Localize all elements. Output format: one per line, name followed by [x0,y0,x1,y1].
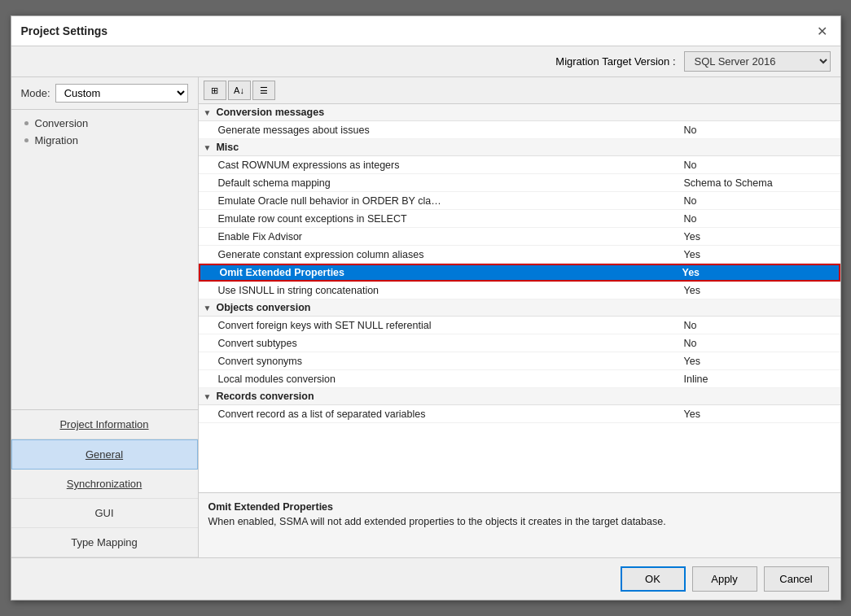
prop-value: Yes [678,407,840,422]
table-row-omit-extended-properties[interactable]: Omit Extended Properties Yes [199,264,840,282]
group-objects-conversion[interactable]: ▼ Objects conversion [199,299,840,317]
project-settings-dialog: Project Settings ✕ Migration Target Vers… [11,15,841,601]
toolbar: ⊞ A↓ ☰ [199,77,840,104]
prop-value: No [678,123,840,138]
group-conversion-messages[interactable]: ▼ Conversion messages [199,104,840,121]
nav-item-project-info[interactable]: Project Information [11,410,198,439]
table-row[interactable]: Emulate row count exceptions in SELECT N… [199,210,840,228]
apply-button[interactable]: Apply [692,566,757,592]
nav-label: General [86,448,123,461]
table-row[interactable]: Convert record as a list of separated va… [199,405,840,423]
group-label: Objects conversion [216,302,310,313]
close-button[interactable]: ✕ [814,23,831,39]
toolbar-sort-button[interactable]: A↓ [228,81,251,100]
group-label: Conversion messages [216,107,324,118]
tree-dot-icon [24,121,29,125]
prop-name: Cast ROWNUM expressions as integers [199,158,678,173]
migration-target-label: Migration Target Version : [555,55,675,68]
table-row[interactable]: Default schema mapping Schema to Schema [199,174,840,192]
toolbar-list-button[interactable]: ☰ [252,81,275,100]
prop-value: No [678,336,840,351]
table-row[interactable]: Cast ROWNUM expressions as integers No [199,156,840,174]
prop-value: No [678,318,840,333]
nav-item-gui[interactable]: GUI [11,499,198,528]
migration-target-section: Migration Target Version : SQL Server 20… [11,46,840,77]
chevron-down-icon: ▼ [204,143,212,152]
prop-value: No [678,158,840,173]
group-misc[interactable]: ▼ Misc [199,139,840,156]
toolbar-grid-button[interactable]: ⊞ [204,81,226,100]
prop-name: Convert synonyms [199,354,678,369]
table-row[interactable]: Generate messages about issues No [199,121,840,139]
table-row[interactable]: Emulate Oracle null behavior in ORDER BY… [199,192,840,210]
nav-label: GUI [94,507,113,519]
prop-value: Yes [678,229,840,244]
chevron-down-icon: ▼ [204,108,212,117]
prop-name: Default schema mapping [199,176,678,190]
table-row[interactable]: Generate constant expression column alia… [199,246,840,264]
dialog-title: Project Settings [21,24,108,37]
group-records-conversion[interactable]: ▼ Records conversion [199,388,840,405]
prop-name: Local modules conversion [199,372,678,387]
prop-name: Convert foreign keys with SET NULL refer… [199,318,678,333]
prop-name: Enable Fix Advisor [199,229,678,244]
mode-select[interactable]: Custom [55,84,188,103]
nav-section: Project Information General Synchronizat… [11,409,198,557]
mode-label: Mode: [21,87,50,99]
tree-item-migration[interactable]: Migration [11,132,198,149]
prop-name: Emulate row count exceptions in SELECT [199,212,678,226]
description-area: Omit Extended Properties When enabled, S… [199,492,840,557]
tree-dot-icon [24,138,29,142]
prop-name: Use ISNULL in string concatenation [199,283,678,298]
chevron-down-icon: ▼ [204,392,212,401]
migration-target-select[interactable]: SQL Server 2016 [684,51,831,72]
nav-label: Synchronization [67,478,143,490]
nav-item-general[interactable]: General [11,439,198,470]
nav-item-type-mapping[interactable]: Type Mapping [11,528,198,557]
prop-value: No [678,212,840,226]
nav-item-synchronization[interactable]: Synchronization [11,470,198,499]
nav-label: Type Mapping [71,536,138,548]
mode-row: Mode: Custom [11,77,198,110]
tree-area: Conversion Migration [11,110,198,409]
tree-item-label: Conversion [35,117,89,129]
prop-value: Yes [678,283,840,298]
description-text: When enabled, SSMA will not add extended… [208,516,831,527]
ok-button[interactable]: OK [621,566,686,592]
group-label: Misc [216,142,239,153]
main-content: Mode: Custom Conversion Migration [11,77,840,557]
prop-value: No [678,194,840,208]
prop-name: Emulate Oracle null behavior in ORDER BY… [199,194,678,208]
properties-table[interactable]: ▼ Conversion messages Generate messages … [199,104,840,492]
left-panel: Mode: Custom Conversion Migration [11,77,199,557]
table-row[interactable]: Convert synonyms Yes [199,352,840,370]
title-bar: Project Settings ✕ [11,16,840,46]
table-row[interactable]: Enable Fix Advisor Yes [199,228,840,246]
cancel-button[interactable]: Cancel [764,566,829,592]
table-row[interactable]: Convert foreign keys with SET NULL refer… [199,317,840,334]
prop-name: Convert record as a list of separated va… [199,407,678,422]
prop-value: Yes [678,247,840,262]
group-label: Records conversion [216,391,314,402]
prop-value: Yes [678,354,840,369]
table-row[interactable]: Local modules conversion Inline [199,370,840,388]
description-title: Omit Extended Properties [208,501,831,513]
tree-item-label: Migration [35,134,78,146]
prop-value: Yes [676,265,839,280]
prop-name: Convert subtypes [199,336,678,351]
right-panel: ⊞ A↓ ☰ ▼ Conversion messages Generate me… [199,77,840,557]
chevron-down-icon: ▼ [204,304,212,312]
tree-item-conversion[interactable]: Conversion [11,115,198,132]
nav-label: Project Information [59,418,148,430]
prop-value: Schema to Schema [678,176,840,190]
prop-name: Generate constant expression column alia… [199,247,678,262]
table-row[interactable]: Convert subtypes No [199,334,840,352]
prop-name: Omit Extended Properties [200,265,676,280]
bottom-bar: OK Apply Cancel [11,557,840,600]
prop-name: Generate messages about issues [199,123,678,138]
prop-value: Inline [678,372,840,387]
table-row[interactable]: Use ISNULL in string concatenation Yes [199,282,840,299]
